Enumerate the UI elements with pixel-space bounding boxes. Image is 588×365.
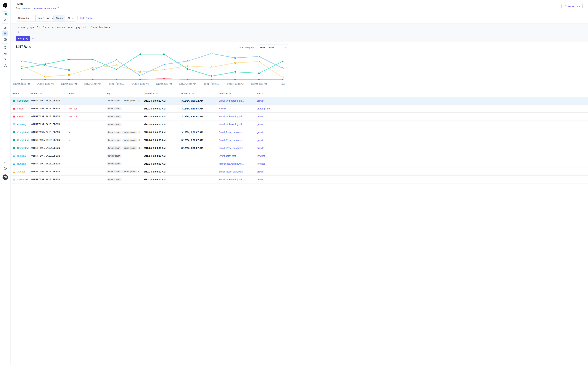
tag-chip: lorem: ipsum xyxy=(107,99,122,103)
status-dot xyxy=(13,131,15,133)
function-link[interactable]: Email: Onboarding dri... xyxy=(219,97,244,105)
events-search-icon[interactable] xyxy=(2,37,8,42)
table-row[interactable]: Running 01HRPT19RJSA1019B2GN – lorem: ip… xyxy=(11,120,294,128)
time-range-dropdown[interactable]: Last 3 Days xyxy=(36,15,56,21)
tag-chip: lorem: ipsum xyxy=(122,131,137,134)
function-link[interactable]: Email: Reset password xyxy=(219,136,243,144)
column-header-error: Error xyxy=(69,90,74,97)
inngest-logo-icon xyxy=(3,3,8,8)
ended-at: – xyxy=(181,120,183,128)
tags-more: +2 xyxy=(138,168,140,175)
sort-icon xyxy=(192,92,194,95)
table-row[interactable]: Completed 01HRPT19RJSA1019B2GN – lorem: … xyxy=(11,128,294,136)
function-link[interactable]: Marketing: Add new si... xyxy=(219,160,244,168)
table-row[interactable]: Queued 01HRPT19RJSA1019B2GN – lorem: ips… xyxy=(11,168,294,175)
status-dot xyxy=(13,170,15,173)
function-link[interactable]: Email: Onboarding dri... xyxy=(219,120,244,128)
queued-at: 3/12/24, 9:00:00 AM xyxy=(144,136,165,144)
column-header-function[interactable]: Function xyxy=(219,90,231,97)
metrics-icon[interactable] xyxy=(2,25,8,30)
table-columns-dropdown[interactable]: Table columns xyxy=(257,44,288,50)
function-link[interactable]: Email: Reset password xyxy=(219,168,243,175)
status-label: Running xyxy=(17,152,26,160)
function-link[interactable]: Email: Onboarding dri... xyxy=(219,175,244,182)
app-link[interactable]: growth xyxy=(257,175,264,182)
app-link[interactable]: growth xyxy=(257,136,264,144)
status-dot xyxy=(13,155,15,157)
webhook-icon[interactable] xyxy=(2,63,8,69)
function-link[interactable]: New PR xyxy=(219,105,227,112)
app-link[interactable]: growth xyxy=(257,144,264,152)
ended-at: – xyxy=(181,168,183,175)
query-editor[interactable]: 1 2 Query specific function data and eve… xyxy=(11,23,294,42)
status-label: Cancelled xyxy=(17,175,28,182)
workspace-badge[interactable]: PR xyxy=(3,11,8,16)
runs-icon[interactable] xyxy=(2,30,8,36)
tag-list: lorem: ipsumlorem: ipsum+2 xyxy=(107,128,140,136)
app-link[interactable]: github-pr-bot xyxy=(257,105,270,112)
app-link[interactable]: growth xyxy=(257,112,264,120)
table-row[interactable]: Running 01HRPT19RJSA1019B2GN – lorem: ip… xyxy=(11,152,294,160)
tags-more: +2 xyxy=(138,97,140,105)
function-link[interactable]: Email: Onboarding dri... xyxy=(219,112,244,120)
tag-list: lorem: ipsumlorem: ipsum+2 xyxy=(107,168,140,175)
column-header-queued-at[interactable]: Queued at xyxy=(144,90,158,97)
chevron-down-icon xyxy=(72,18,74,19)
table-row[interactable]: Running 01HRPT19RJSA1019B2GN – lorem: ip… xyxy=(11,160,294,168)
clear-query-button[interactable]: Clear xyxy=(30,37,35,40)
help-icon[interactable] xyxy=(2,165,8,171)
steps-icon[interactable] xyxy=(2,51,8,57)
function-link[interactable]: Email: Reset password xyxy=(219,128,243,136)
app-link[interactable]: growth xyxy=(257,97,264,105)
deploys-icon[interactable] xyxy=(2,56,8,62)
function-link[interactable]: Email: Reset password xyxy=(219,144,243,152)
app-link[interactable]: growth xyxy=(257,128,264,136)
status-filter-dropdown[interactable]: All xyxy=(65,15,76,21)
sort-icon xyxy=(229,92,231,95)
queued-at: 3/12/24, 9:00:00 AM xyxy=(144,144,165,152)
inngest-logo[interactable] xyxy=(3,3,8,8)
dev-server-icon[interactable] xyxy=(2,160,8,166)
tag-chip: lorem: ipsum xyxy=(122,99,137,103)
hide-query-link[interactable]: Hide Query xyxy=(80,17,92,19)
column-header-app[interactable]: App xyxy=(257,90,265,97)
table-row[interactable]: Completed 01HRPT19RJSA1019B2GN – lorem: … xyxy=(11,136,294,144)
external-link-icon xyxy=(57,7,59,9)
table-row[interactable]: Completed 01HRPT19RJSA1019B2GN – lorem: … xyxy=(11,97,294,105)
run-id: 01HRPT19RJSA1019B2GN xyxy=(31,97,60,105)
table-row[interactable]: Cancelled 01HRPT19RJSA1019B2GN – lorem: … xyxy=(11,175,294,182)
error-value: – xyxy=(69,168,70,175)
sort-field-dropdown[interactable]: Updated at xyxy=(16,15,35,21)
status-label: Failed xyxy=(17,105,24,112)
table-row[interactable]: Completed 01HRPT19RJSA1019B2GN – lorem: … xyxy=(11,144,294,152)
error-value: – xyxy=(69,97,70,105)
app-link[interactable]: growth xyxy=(257,168,264,175)
status-dot xyxy=(13,147,15,149)
error-value: – xyxy=(69,160,70,168)
table-row[interactable]: Failed 01HRPT19RJSA1019B2GN not_sdk lore… xyxy=(11,112,294,120)
run-query-button[interactable]: Run query xyxy=(16,36,30,41)
hide-histogram-link[interactable]: Hide histogram xyxy=(239,46,254,49)
env-filter-icon[interactable] xyxy=(2,17,8,23)
sort-icon xyxy=(262,92,265,95)
function-link[interactable]: Event batch test xyxy=(219,152,236,160)
apps-icon[interactable] xyxy=(2,45,8,50)
app-link[interactable]: Inngest xyxy=(257,160,265,168)
status-label: Running xyxy=(17,160,26,168)
x-axis-label: 3/19/24, 12:00 AM xyxy=(84,83,101,85)
tag-list: lorem: ipsumlorem: ipsum+2 xyxy=(107,144,140,152)
user-avatar[interactable]: CN xyxy=(3,175,8,180)
table-row[interactable]: Failed 01HRPT19RJSA1019B2GN not_sdk lore… xyxy=(11,105,294,112)
sidebar-divider xyxy=(2,23,8,24)
app-link[interactable]: growth xyxy=(257,120,264,128)
column-header-run-id[interactable]: Run ID xyxy=(31,90,42,97)
tag-chip: lorem: ipsum xyxy=(107,146,122,150)
app-link[interactable]: Inngest xyxy=(257,152,265,160)
tag-list: lorem: ipsum xyxy=(107,160,122,168)
ended-at: – xyxy=(181,152,183,160)
sidebar: PR CN xyxy=(0,0,11,182)
learn-more-link[interactable]: Learn more about runs xyxy=(32,7,59,9)
x-axis-label: 3/20/24, 6:00 AM xyxy=(204,83,219,85)
column-header-ended-at[interactable]: Ended at xyxy=(181,90,194,97)
x-axis-label: 3/19/24, 12:00 AM xyxy=(179,83,196,85)
